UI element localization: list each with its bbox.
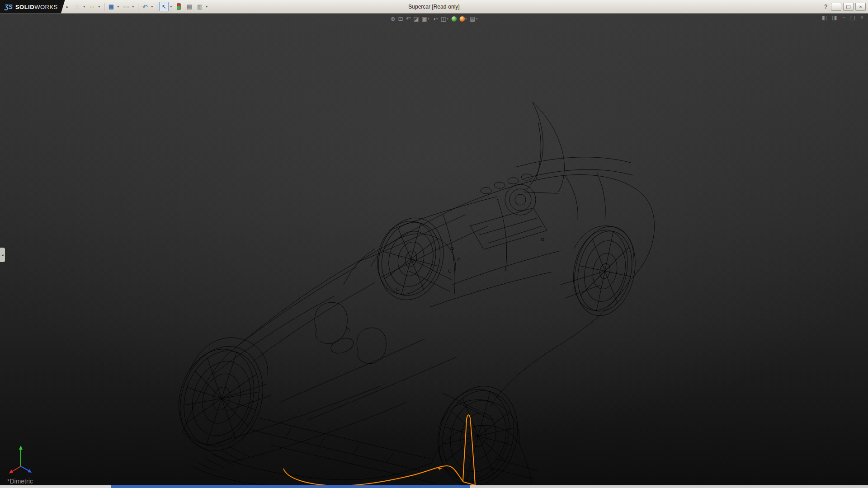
select-cursor-icon: ↖ [162, 4, 166, 9]
bottom-strip [0, 485, 868, 488]
wheel-front-left [165, 335, 276, 461]
print-dropdown[interactable]: ▾ [131, 5, 135, 9]
hide-show-items-caret[interactable]: ▾ [447, 17, 448, 21]
view-orientation-icon: ▣ [422, 16, 427, 22]
restore-button[interactable]: ▢ [843, 3, 854, 11]
file-properties-icon: ▤ [187, 4, 192, 9]
help-button[interactable]: ? [822, 4, 829, 10]
hide-show-items-button[interactable]: ◫▾ [440, 15, 449, 22]
pane-right-button[interactable]: ◨ [831, 14, 838, 21]
document-window-controls: ◧ ◨ − ▢ × [821, 14, 864, 21]
featuremanager-collapse-handle[interactable]: ◂ [0, 248, 5, 262]
status-strip-highlight [111, 485, 470, 488]
brand-text: SOLIDWORKS [15, 3, 58, 11]
apply-scene-caret[interactable]: ▾ [465, 17, 467, 21]
toolbar-expand-handle[interactable]: ▸ [65, 4, 70, 10]
main-toolbar: ▯ ▾ ▱ ▾ ▦ ▾ ▭ ▾ ↶ ▾ ↖ [72, 2, 210, 11]
select-dropdown[interactable]: ▾ [169, 5, 173, 9]
display-style-icon: ◑ [432, 16, 436, 22]
view-orientation-caret[interactable]: ▾ [428, 17, 429, 21]
wheel-rear-left [427, 377, 528, 485]
graphics-area[interactable]: ⊕ ⊡ ↶ ◪ ▣▾ ◑▾ ◫▾ ▾ ▤▾ ◧ ◨ − ▢ × ◂ [0, 14, 868, 485]
status-strip-segment [0, 485, 111, 488]
heads-up-toolbar: ⊕ ⊡ ↶ ◪ ▣▾ ◑▾ ◫▾ ▾ ▤▾ [390, 15, 479, 22]
save-dropdown[interactable]: ▾ [116, 5, 120, 9]
apply-scene-icon [459, 16, 465, 22]
undo-dropdown[interactable]: ▾ [150, 5, 154, 9]
save-button[interactable]: ▦ [106, 2, 116, 11]
printer-icon: ▭ [123, 4, 129, 9]
3d-scene[interactable] [0, 14, 868, 485]
zoom-to-fit-icon: ⊕ [391, 16, 396, 22]
options-icon: ▥ [197, 4, 203, 9]
pane-left-button[interactable]: ◧ [821, 14, 828, 21]
zoom-to-fit-button[interactable]: ⊕ [390, 15, 396, 22]
titlebar: ƷS SOLIDWORKS ▸ ▯ ▾ ▱ ▾ ▦ ▾ ▭ ▾ [0, 0, 868, 14]
hide-show-items-icon: ◫ [441, 16, 446, 22]
new-document-button[interactable]: ▯ [72, 2, 82, 11]
display-style-button[interactable]: ◑▾ [431, 15, 439, 22]
save-floppy-icon: ▦ [108, 4, 114, 9]
minimize-document-button[interactable]: − [841, 14, 846, 21]
new-document-dropdown[interactable]: ▾ [82, 5, 86, 9]
orientation-label: *Dimetric [7, 478, 33, 485]
options-dropdown[interactable]: ▾ [204, 5, 209, 9]
edit-appearance-button[interactable] [450, 16, 458, 22]
document-title: Supercar [Read-only] [408, 4, 459, 10]
view-settings-button[interactable]: ▤▾ [469, 15, 478, 22]
restore-document-button[interactable]: ▢ [849, 14, 856, 21]
rebuild-traffic-light-icon [177, 3, 181, 10]
view-settings-icon: ▤ [470, 16, 475, 22]
zoom-to-area-button[interactable]: ⊡ [397, 15, 404, 22]
toolbar-separator [157, 3, 157, 11]
rebuild-button[interactable] [174, 2, 184, 11]
view-orientation-button[interactable]: ▣▾ [421, 15, 430, 22]
toolbar-separator [138, 3, 138, 11]
view-settings-caret[interactable]: ▾ [476, 17, 477, 21]
file-properties-button[interactable]: ▤ [184, 2, 194, 11]
section-view-button[interactable]: ◪ [412, 15, 420, 22]
select-button[interactable]: ↖ [159, 2, 169, 11]
wheel-front-right [368, 210, 453, 307]
zoom-to-area-icon: ⊡ [398, 16, 403, 22]
solidworks-window: ƷS SOLIDWORKS ▸ ▯ ▾ ▱ ▾ ▦ ▾ ▭ ▾ [0, 0, 868, 488]
status-strip-segment [470, 485, 868, 488]
car-wireframe [183, 102, 654, 485]
previous-view-icon: ↶ [406, 16, 410, 22]
close-document-button[interactable]: × [859, 14, 864, 21]
options-button[interactable]: ▥ [195, 2, 204, 11]
display-style-caret[interactable]: ▾ [436, 17, 438, 21]
orientation-triad [6, 441, 35, 474]
wheel-rear-right [566, 221, 643, 321]
toolbar-separator [104, 3, 104, 11]
open-document-dropdown[interactable]: ▾ [97, 5, 101, 9]
open-folder-icon: ▱ [90, 4, 94, 9]
apply-scene-button[interactable]: ▾ [458, 16, 468, 22]
undo-arrow-icon: ↶ [142, 4, 148, 10]
previous-view-button[interactable]: ↶ [405, 15, 411, 22]
minimize-button[interactable]: − [831, 3, 841, 11]
edit-appearance-icon [451, 16, 457, 22]
undo-button[interactable]: ↶ [140, 2, 150, 11]
window-controls: ? − ▢ × [822, 3, 868, 11]
new-document-icon: ▯ [75, 4, 79, 9]
print-button[interactable]: ▭ [121, 2, 131, 11]
section-view-icon: ◪ [413, 16, 419, 22]
dassault-3ds-icon: ƷS [5, 3, 13, 10]
selected-sketch[interactable] [283, 415, 475, 485]
close-button[interactable]: × [855, 3, 866, 11]
open-document-button[interactable]: ▱ [87, 2, 97, 11]
solidworks-logo: ƷS SOLIDWORKS [0, 0, 65, 14]
